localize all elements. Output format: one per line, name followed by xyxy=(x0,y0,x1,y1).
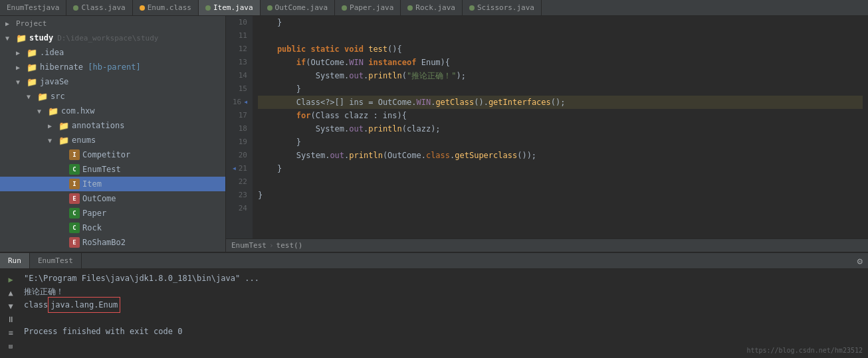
tab-enumclass[interactable]: Enum.class xyxy=(133,0,199,15)
code-line-15: } xyxy=(258,82,863,96)
tab-dot xyxy=(73,5,78,11)
sidebar-item-src[interactable]: ▼ 📁 src xyxy=(0,89,225,104)
sidebar-item-paper[interactable]: C Paper xyxy=(0,206,225,221)
main-content: ▶ Project ▼ 📁 study D:\idea_workspace\st… xyxy=(0,16,868,252)
sidebar-item-outcome[interactable]: E OutCome xyxy=(0,191,225,206)
item-label: Item xyxy=(82,179,102,189)
settings-icon[interactable]: ⚙ xyxy=(857,256,863,266)
item-label: Paper xyxy=(82,209,106,218)
item-label: EnumTest xyxy=(82,165,121,174)
class-icon: I xyxy=(69,179,80,189)
class-icon: C xyxy=(69,208,80,219)
breadcrumb-method: test() xyxy=(276,241,303,250)
study-path: D:\idea_workspace\study xyxy=(57,34,158,43)
sidebar-item-item[interactable]: I Item xyxy=(0,177,225,191)
sidebar-item-study[interactable]: ▼ 📁 study D:\idea_workspace\study xyxy=(0,31,225,45)
code-line-24 xyxy=(258,202,863,215)
extra-button[interactable]: ▤ xyxy=(5,341,16,351)
chinese-text: 推论正确！ xyxy=(24,285,64,298)
tab-label: Paper.java xyxy=(350,3,393,12)
sidebar-item-roshambo2[interactable]: E RoShamBo2 xyxy=(0,235,225,250)
expand-arrow[interactable]: ▼ xyxy=(48,137,58,144)
output-line-class: class java.lang.Enum xyxy=(24,298,863,312)
code-line-11 xyxy=(258,29,863,43)
item-label: com.hxw xyxy=(61,106,95,116)
code-line-13: if(OutCome.WIN instanceof Enum){ xyxy=(258,56,863,69)
line-num-11: 11 xyxy=(231,29,247,43)
tab-item[interactable]: Item.java xyxy=(199,0,261,15)
tab-label: Run xyxy=(8,256,21,265)
tab-class[interactable]: Class.java xyxy=(66,0,132,15)
class-icon: I xyxy=(69,149,80,160)
item-label: .idea xyxy=(40,48,64,57)
class-prefix: class xyxy=(24,298,48,312)
scroll-down-button[interactable]: ▼ xyxy=(5,301,16,312)
expand-arrow[interactable]: ▶ xyxy=(16,64,27,71)
run-button[interactable]: ▶ xyxy=(5,274,16,285)
line-num-14: 14 xyxy=(231,69,247,82)
bottom-tab-enumtest[interactable]: EnumTest xyxy=(30,253,82,268)
code-area[interactable]: 10 11 12 13 14 15 16 ◀ 17 18 19 20 ◀ 21 … xyxy=(226,16,868,238)
tab-rock[interactable]: Rock.java xyxy=(401,0,463,15)
code-lines[interactable]: } public static void test(){ if(OutCome.… xyxy=(253,16,868,238)
bottom-tabs-wrapper: Run EnumTest ⚙ xyxy=(0,253,868,269)
sidebar-item-rock[interactable]: C Rock xyxy=(0,221,225,235)
item-label: Competitor xyxy=(82,150,130,159)
output-line-empty xyxy=(24,312,863,325)
line-num-21: ◀ 21 xyxy=(231,162,247,175)
code-line-17: for(Class clazz : ins){ xyxy=(258,109,863,122)
expand-arrow[interactable]: ▼ xyxy=(37,108,48,115)
code-line-21: } xyxy=(258,162,863,175)
breadcrumb: EnumTest › test() xyxy=(226,238,868,252)
collapse-arrow[interactable]: ▶ xyxy=(5,20,16,27)
folder-icon: 📁 xyxy=(27,76,37,87)
tab-paper[interactable]: Paper.java xyxy=(335,0,401,15)
tab-label: Scissors.java xyxy=(477,3,534,12)
item-label: hibernate [hb-parent] xyxy=(40,62,141,72)
sidebar-item-javase[interactable]: ▼ 📁 javaSe xyxy=(0,74,225,89)
sidebar-item-comhxw[interactable]: ▼ 📁 com.hxw xyxy=(0,104,225,118)
line-num-22: 22 xyxy=(231,175,247,189)
sidebar-item-annotations[interactable]: ▶ 📁 annotations xyxy=(0,118,225,133)
expand-arrow[interactable]: ▼ xyxy=(16,78,27,86)
line-num-16: 16 ◀ xyxy=(231,96,247,109)
tab-outcome[interactable]: OutCome.java xyxy=(261,0,335,15)
output-line-process: Process finished with exit code 0 xyxy=(24,325,863,338)
tab-label: Enum.class xyxy=(148,3,191,12)
sidebar-item-enumtest[interactable]: C EnumTest xyxy=(0,162,225,177)
project-label: Project xyxy=(16,19,47,28)
line-num-23: 23 xyxy=(231,189,247,202)
watermark: https://blog.csdn.net/hm23512 xyxy=(746,347,863,354)
item-label: OutCome xyxy=(82,194,116,203)
line-num-18: 18 xyxy=(231,122,247,135)
code-line-20: System.out.println(OutCome.class.getSupe… xyxy=(258,149,863,162)
tab-enumtest[interactable]: EnumTestjava xyxy=(0,0,66,15)
sidebar-item-project[interactable]: ▶ Project xyxy=(0,16,225,31)
sidebar-item-hibernate[interactable]: ▶ 📁 hibernate [hb-parent] xyxy=(0,60,225,74)
tab-dot xyxy=(205,5,211,11)
tab-label: Item.java xyxy=(213,3,253,12)
tab-scissors[interactable]: Scissors.java xyxy=(463,0,542,15)
code-line-22 xyxy=(258,175,863,189)
sidebar-item-enums[interactable]: ▼ 📁 enums xyxy=(0,133,225,147)
sidebar-item-idea[interactable]: ▶ 📁 .idea xyxy=(0,45,225,60)
code-line-18: System.out.println(clazz); xyxy=(258,122,863,135)
tab-label: EnumTestjava xyxy=(7,3,59,12)
line-num-13: 13 xyxy=(231,56,247,69)
expand-arrow[interactable]: ▶ xyxy=(48,122,58,130)
item-label: javaSe xyxy=(40,77,68,86)
scroll-up-button[interactable]: ▲ xyxy=(5,288,16,298)
item-label: src xyxy=(51,92,65,101)
expand-arrow[interactable]: ▶ xyxy=(16,49,27,56)
code-line-19: } xyxy=(258,135,863,149)
pause-button[interactable]: ⏸ xyxy=(5,314,16,325)
sidebar-item-competitor[interactable]: I Competitor xyxy=(0,147,225,162)
expand-arrow[interactable]: ▼ xyxy=(27,93,37,100)
code-line-23: } xyxy=(258,189,863,202)
expand-arrow[interactable]: ▼ xyxy=(5,35,16,42)
highlighted-class-text: java.lang.Enum xyxy=(48,297,120,313)
breadcrumb-sep: › xyxy=(269,241,274,250)
settings-button[interactable]: ≡ xyxy=(5,327,16,338)
folder-icon: 📁 xyxy=(58,135,69,145)
bottom-tab-run[interactable]: Run xyxy=(0,253,30,268)
